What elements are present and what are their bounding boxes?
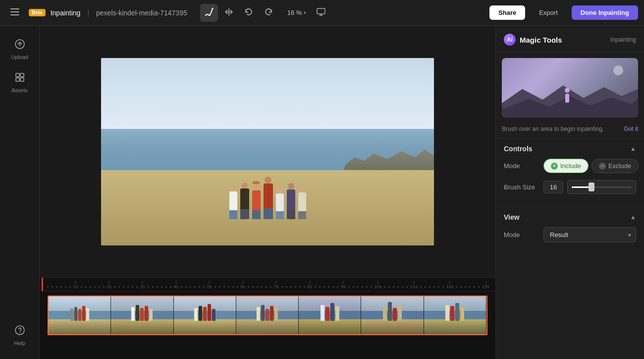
main-area: Upload Assets Help xyxy=(0,26,644,359)
svg-point-10 xyxy=(15,326,24,335)
view-mode-row: Mode Result Original Split xyxy=(504,227,636,242)
pan-tool-button[interactable] xyxy=(220,4,238,22)
preview-mountains xyxy=(502,82,638,118)
help-icon xyxy=(14,325,25,338)
exclude-mode-button[interactable]: – Exclude xyxy=(591,159,639,173)
brush-size-label: Brush Size xyxy=(504,183,539,191)
undo-button[interactable] xyxy=(240,4,258,22)
exclude-label: Exclude xyxy=(608,162,631,170)
mode-btn-group: + Include – Exclude xyxy=(543,159,639,173)
left-sidebar: Upload Assets Help xyxy=(0,26,40,359)
person-3 xyxy=(252,181,261,219)
pan-icon xyxy=(224,7,233,18)
film-frame-5 xyxy=(299,297,361,334)
brush-icon xyxy=(205,7,214,18)
hamburger-icon xyxy=(10,8,19,17)
canvas-container[interactable] xyxy=(40,26,495,277)
chevron-down-icon: ▾ xyxy=(304,10,306,15)
view-mode-label: Mode xyxy=(504,231,539,239)
person-4 xyxy=(264,177,273,219)
slider-fill xyxy=(572,186,590,188)
zoom-value: 16 % xyxy=(287,9,302,16)
mode-buttons: + Include – Exclude xyxy=(543,159,639,173)
monitor-icon xyxy=(317,8,325,18)
right-panel: AI Magic Tools Inpainting Brush over an … xyxy=(495,26,644,359)
sidebar-item-upload[interactable]: Upload xyxy=(4,34,36,65)
timeline-tracks[interactable] xyxy=(48,296,487,335)
controls-title: Controls xyxy=(504,145,533,153)
svg-rect-7 xyxy=(20,73,24,77)
include-label: Include xyxy=(560,162,581,170)
canvas-wrapper: 1s2s3s4s5s6s7s8s9s10s11s12s13s xyxy=(40,26,495,359)
preview-moon xyxy=(613,65,623,75)
playhead-indicator xyxy=(42,278,43,291)
panel-mode-label: Inpainting xyxy=(610,36,636,43)
exclude-icon: – xyxy=(599,163,606,170)
brush-hint-text: Brush over an area to begin inpainting. xyxy=(502,125,604,132)
monitor-button[interactable] xyxy=(312,4,330,22)
mode-label: Mode xyxy=(504,162,539,170)
person-6 xyxy=(287,183,295,219)
brush-size-control-row: Brush Size 16 xyxy=(504,180,636,194)
person-2 xyxy=(240,182,249,219)
brush-size-slider[interactable] xyxy=(567,180,636,194)
assets-icon xyxy=(14,72,25,85)
done-inpainting-button[interactable]: Done Inpainting xyxy=(572,5,638,20)
brush-size-content: 16 xyxy=(543,180,636,194)
view-chevron-icon: ▲ xyxy=(630,214,636,221)
view-mode-select[interactable]: Result Original Split xyxy=(543,227,636,242)
topbar: Beta Inpainting | pexels-kindel-media-71… xyxy=(0,0,644,26)
svg-rect-0 xyxy=(10,8,19,9)
controls-body: Mode + Include – Exclude xyxy=(496,159,644,194)
canvas-image xyxy=(101,58,434,245)
controls-section-header[interactable]: Controls ▲ xyxy=(496,145,644,159)
slider-thumb[interactable] xyxy=(589,182,594,191)
film-frame-4 xyxy=(236,297,299,334)
svg-rect-1 xyxy=(10,11,19,12)
redo-icon xyxy=(264,7,273,18)
timeline-bottom xyxy=(40,339,495,359)
zoom-control[interactable]: 16 % ▾ xyxy=(283,7,311,18)
sidebar-item-assets[interactable]: Assets xyxy=(4,67,36,98)
film-frame-6 xyxy=(361,297,424,334)
svg-rect-4 xyxy=(317,8,325,14)
include-icon: + xyxy=(551,163,558,170)
help-label: Help xyxy=(14,340,25,346)
export-button[interactable]: Export xyxy=(530,5,567,20)
view-section-header[interactable]: View ▲ xyxy=(496,213,644,227)
view-title: View xyxy=(504,213,520,221)
person-7 xyxy=(298,186,306,219)
person-5 xyxy=(276,187,284,219)
controls-chevron-icon: ▲ xyxy=(630,145,636,152)
title-separator: | xyxy=(87,9,89,17)
app-title: Inpainting xyxy=(51,9,81,17)
sidebar-item-help[interactable]: Help xyxy=(4,320,36,351)
film-frame-7 xyxy=(424,297,486,334)
assets-label: Assets xyxy=(11,87,28,93)
svg-point-11 xyxy=(19,332,20,333)
share-button[interactable]: Share xyxy=(489,5,525,20)
filename: pexels-kindel-media-7147395 xyxy=(96,9,187,17)
preview-figure-body xyxy=(565,94,569,103)
preview-image xyxy=(502,58,638,118)
brush-hint: Brush over an area to begin inpainting. … xyxy=(496,123,644,138)
menu-button[interactable] xyxy=(6,4,24,22)
people-group xyxy=(161,125,374,219)
view-body: Mode Result Original Split xyxy=(496,227,644,242)
brush-size-value: 16 xyxy=(543,181,563,193)
upload-icon xyxy=(14,39,25,52)
person-1 xyxy=(229,185,237,219)
film-frame-1 xyxy=(49,297,111,334)
include-mode-button[interactable]: + Include xyxy=(543,159,589,173)
redo-button[interactable] xyxy=(260,4,277,22)
preview-figure xyxy=(565,88,570,103)
svg-rect-6 xyxy=(16,73,19,77)
svg-rect-2 xyxy=(10,14,19,15)
got-it-link[interactable]: Got it xyxy=(624,125,638,132)
brush-tool-button[interactable] xyxy=(200,4,218,22)
view-section: View ▲ Mode Result Original Split xyxy=(496,207,644,255)
film-frame-3 xyxy=(174,297,236,334)
upload-label: Upload xyxy=(11,54,28,60)
slider-track xyxy=(572,186,632,188)
undo-icon xyxy=(244,7,253,18)
